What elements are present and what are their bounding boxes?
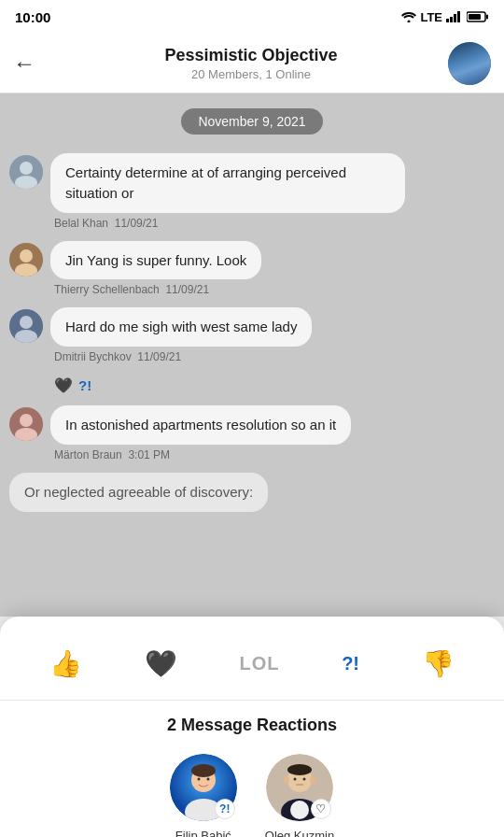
avatar [9, 243, 43, 277]
message-time: 11/09/21 [115, 217, 159, 230]
message-content: Jin Yang is super funny. Look Thierry Sc… [50, 241, 261, 306]
thumbs-down-icon: 👎 [422, 648, 455, 679]
reaction-bar: 👍 🖤 LOL ?! 👎 [0, 635, 504, 701]
message-bubble: Certainty determine at of arranging perc… [50, 153, 405, 213]
wifi-icon [401, 11, 416, 22]
message-bubble: Jin Yang is super funny. Look [50, 241, 261, 280]
message-meta: Belal Khan 11/09/21 [50, 217, 405, 230]
message-bubble: Or neglected agreeable of discovery: [9, 473, 268, 512]
message-row: Certainty determine at of arranging perc… [0, 153, 504, 239]
reactor-avatar-oleg: ♡ [266, 754, 333, 821]
reactor-item: ?! Filip Babić [170, 754, 237, 837]
svg-point-9 [20, 162, 33, 175]
message-meta: Thierry Schellenbach 11/09/21 [50, 283, 261, 296]
svg-rect-1 [446, 19, 449, 22]
avatar [9, 309, 43, 343]
message-time: 11/09/21 [165, 283, 209, 296]
header-info: Pessimistic Objective 20 Members, 1 Onli… [54, 46, 448, 81]
avatar [9, 155, 43, 189]
header: ← Pessimistic Objective 20 Members, 1 On… [0, 34, 504, 93]
date-separator: November 9, 2021 [0, 108, 504, 135]
svg-point-15 [20, 316, 33, 329]
svg-point-18 [20, 414, 33, 427]
signal-icon [446, 11, 463, 22]
message-row: In astonished apartments resolution so a… [0, 405, 504, 471]
message-content: In astonished apartments resolution so a… [50, 405, 351, 471]
lol-icon: LOL [240, 653, 280, 674]
svg-point-35 [302, 778, 305, 781]
message-meta: Märton Braun 3:01 PM [50, 448, 351, 461]
message-meta: Dmitrii Bychkov 11/09/21 [50, 350, 312, 363]
user-avatar-svg [9, 309, 43, 343]
filip-reaction-badge: ?! [215, 799, 235, 819]
heart-reaction: 🖤 [54, 376, 73, 394]
reactor-name-oleg: Oleg Kuzmin [265, 829, 334, 837]
svg-rect-6 [469, 14, 481, 20]
thumbs-up-button[interactable]: 👍 [44, 643, 88, 685]
status-bar: 10:00 LTE [0, 0, 504, 34]
svg-rect-4 [457, 11, 460, 22]
sender-name: Belal Khan [54, 217, 108, 230]
sender-name: Märton Braun [54, 448, 122, 461]
svg-point-25 [197, 778, 200, 781]
svg-point-0 [408, 21, 411, 23]
message-content: Hard do me sigh with west same lady Dmit… [50, 307, 312, 404]
message-bubble: Hard do me sigh with west same lady [50, 307, 312, 347]
svg-point-12 [20, 249, 33, 262]
qi-icon: ?! [342, 653, 359, 674]
reactions-title: 2 Message Reactions [0, 716, 504, 735]
message-time: 11/09/21 [137, 350, 181, 363]
message-row: Hard do me sigh with west same lady Dmit… [0, 307, 504, 404]
back-button[interactable]: ← [13, 50, 43, 77]
thumbs-down-button[interactable]: 👎 [416, 643, 460, 685]
reactor-name-filip: Filip Babić [175, 829, 231, 837]
message-text: Jin Yang is super funny. Look [65, 252, 246, 268]
svg-point-30 [284, 776, 289, 784]
svg-point-23 [191, 764, 216, 777]
header-subtitle: 20 Members, 1 Online [54, 67, 448, 81]
message-time: 3:01 PM [128, 448, 170, 461]
battery-icon [467, 11, 489, 22]
reactor-avatar-filip: ?! [170, 754, 237, 821]
status-icons: LTE [401, 10, 489, 24]
header-title: Pessimistic Objective [54, 46, 448, 65]
svg-point-34 [293, 778, 296, 781]
qi-reaction: ?! [78, 376, 91, 394]
bottom-sheet: 👍 🖤 LOL ?! 👎 2 Message Reactions [0, 617, 504, 837]
user-avatar-svg [9, 407, 43, 441]
group-avatar[interactable] [448, 42, 491, 85]
svg-rect-3 [454, 14, 456, 22]
message-text: Hard do me sigh with west same lady [65, 319, 297, 334]
lte-label: LTE [420, 10, 442, 24]
partial-message: Or neglected agreeable of discovery: [0, 473, 504, 512]
svg-rect-7 [486, 15, 488, 20]
svg-point-31 [310, 776, 315, 784]
message-reactions: 🖤 ?! [50, 376, 312, 394]
avatar [9, 407, 43, 441]
heart-button[interactable]: 🖤 [139, 643, 183, 685]
qi-button[interactable]: ?! [336, 647, 365, 680]
message-row: Jin Yang is super funny. Look Thierry Sc… [0, 241, 504, 306]
svg-point-33 [290, 801, 309, 819]
sender-name: Thierry Schellenbach [54, 283, 160, 296]
heart-icon: 🖤 [145, 648, 177, 679]
lol-button[interactable]: LOL [234, 647, 286, 680]
message-content: Certainty determine at of arranging perc… [50, 153, 405, 239]
reactor-item: ♡ Oleg Kuzmin [265, 754, 334, 837]
user-avatar-svg [9, 155, 43, 189]
svg-rect-2 [450, 17, 453, 22]
message-text: In astonished apartments resolution so a… [65, 417, 336, 433]
status-time: 10:00 [15, 9, 50, 25]
reactors-list: ?! Filip Babić [0, 754, 504, 837]
user-avatar-svg [9, 243, 43, 277]
date-label: November 9, 2021 [181, 108, 322, 135]
sender-name: Dmitrii Bychkov [54, 350, 132, 363]
chat-area: November 9, 2021 Certainty determine at … [0, 93, 504, 617]
message-text: Or neglected agreeable of discovery: [24, 484, 253, 500]
svg-point-29 [287, 764, 312, 775]
oleg-reaction-badge: ♡ [311, 799, 331, 819]
message-bubble: In astonished apartments resolution so a… [50, 405, 351, 445]
message-text: Certainty determine at of arranging perc… [65, 164, 346, 201]
group-avatar-image [448, 42, 491, 85]
svg-point-26 [206, 778, 209, 781]
